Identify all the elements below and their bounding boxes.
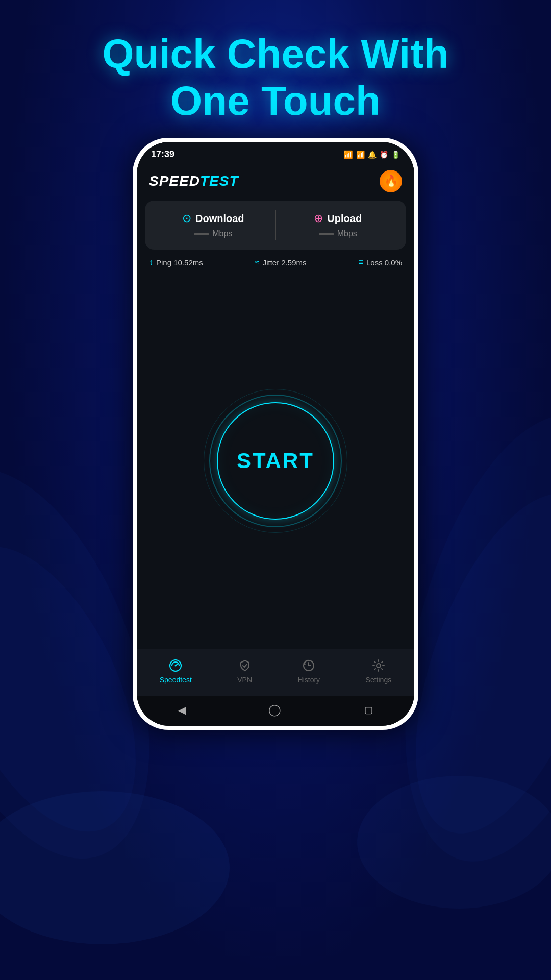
start-outer-ring: START — [209, 395, 342, 527]
vpn-icon — [238, 658, 252, 673]
status-time: 17:39 — [151, 149, 174, 160]
start-label: START — [237, 449, 314, 473]
upload-unit: Mbps — [337, 229, 357, 238]
ping-icon: ↕ — [149, 258, 153, 267]
ping-stat: ↕ Ping 10.52ms — [149, 258, 203, 267]
start-inner-ring: START — [217, 402, 334, 520]
vibrate-icon: 🔔 — [368, 151, 377, 159]
download-unit: Mbps — [212, 229, 232, 238]
wifi-icon: 📶 — [356, 151, 365, 159]
settings-icon — [371, 658, 386, 673]
nav-settings[interactable]: Settings — [356, 656, 402, 686]
nav-history[interactable]: History — [288, 656, 331, 686]
start-button-wrapper[interactable]: START — [209, 395, 342, 527]
status-bar: 17:39 📶 📶 🔔 ⏰ 🔋 — [137, 142, 414, 164]
app-logo: SPEEDTEST — [149, 173, 239, 189]
upload-icon: ⊕ — [314, 212, 323, 225]
loss-value: Loss 0.0% — [366, 258, 402, 267]
logo-test: TEST — [200, 173, 239, 189]
app-header: SPEEDTEST 🔥 — [137, 164, 414, 201]
history-icon — [302, 658, 316, 673]
nav-speedtest[interactable]: Speedtest — [149, 656, 202, 686]
main-content: START — [137, 273, 414, 649]
upload-label: Upload — [327, 213, 362, 225]
svg-point-10 — [377, 664, 381, 668]
svg-point-8 — [175, 665, 177, 667]
svg-point-5 — [357, 776, 551, 909]
svg-point-4 — [0, 791, 230, 944]
jitter-stat: ≈ Jitter 2.59ms — [255, 258, 307, 267]
battery-icon: 🔋 — [391, 151, 400, 159]
download-col: ⊙ Download Mbps — [157, 212, 269, 238]
speed-panel: ⊙ Download Mbps ⊕ Upload — [145, 201, 406, 250]
download-dash — [194, 233, 209, 235]
speedtest-icon — [168, 658, 183, 673]
headline: Quick Check With One Touch — [0, 31, 551, 125]
premium-badge[interactable]: 🔥 — [380, 170, 402, 192]
back-icon[interactable]: ◀ — [178, 704, 186, 716]
android-nav: ◀ ◯ ▢ — [137, 696, 414, 726]
speed-divider — [276, 210, 276, 240]
bottom-nav: Speedtest VPN — [137, 649, 414, 696]
status-icons: 📶 📶 🔔 ⏰ 🔋 — [343, 150, 400, 159]
upload-dash — [319, 233, 334, 235]
nav-speedtest-label: Speedtest — [160, 676, 192, 684]
nav-history-label: History — [298, 676, 320, 684]
nav-settings-label: Settings — [366, 676, 392, 684]
start-button[interactable]: START — [218, 403, 333, 519]
headline-line1: Quick Check With — [102, 31, 448, 77]
alarm-icon: ⏰ — [380, 151, 388, 159]
nav-vpn[interactable]: VPN — [227, 656, 262, 686]
phone-mockup: 17:39 📶 📶 🔔 ⏰ 🔋 SPEEDTEST 🔥 — [133, 138, 418, 730]
logo-speed: SPEED — [149, 173, 200, 189]
recents-icon[interactable]: ▢ — [364, 704, 373, 716]
jitter-value: Jitter 2.59ms — [263, 258, 307, 267]
jitter-icon: ≈ — [255, 258, 260, 267]
premium-icon: 🔥 — [384, 175, 398, 188]
headline-text: Quick Check With One Touch — [0, 31, 551, 125]
signal-icon: 📶 — [343, 150, 353, 159]
loss-icon: ≡ — [359, 258, 363, 267]
stats-row: ↕ Ping 10.52ms ≈ Jitter 2.59ms ≡ Loss 0.… — [137, 256, 414, 273]
loss-stat: ≡ Loss 0.0% — [359, 258, 402, 267]
nav-vpn-label: VPN — [237, 676, 252, 684]
upload-col: ⊕ Upload Mbps — [282, 212, 394, 238]
download-label: Download — [195, 213, 244, 225]
home-icon[interactable]: ◯ — [268, 703, 281, 717]
download-icon: ⊙ — [182, 212, 191, 225]
headline-line2: One Touch — [170, 78, 381, 124]
ping-value: Ping 10.52ms — [156, 258, 203, 267]
